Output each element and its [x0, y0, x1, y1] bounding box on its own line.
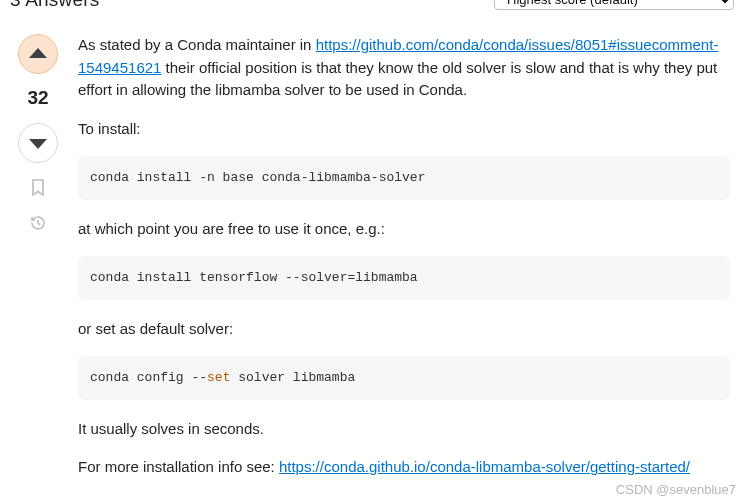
arrow-down-icon — [29, 139, 47, 149]
intro-suffix: their official position is that they kno… — [78, 59, 717, 99]
upvote-button[interactable] — [18, 34, 58, 74]
code-block-use-once: conda install tensorflow --solver=libmam… — [78, 256, 730, 300]
more-info-prefix: For more installation info see: — [78, 458, 279, 475]
vote-score: 32 — [27, 84, 48, 113]
bookmark-icon[interactable] — [18, 175, 58, 199]
history-icon[interactable] — [18, 211, 58, 235]
more-info-paragraph: For more installation info see: https://… — [78, 456, 730, 479]
intro-prefix: As stated by a Conda maintainer in — [78, 36, 316, 53]
code-block-install: conda install -n base conda-libmamba-sol… — [78, 156, 730, 200]
answers-heading: 3 Answers — [10, 0, 99, 15]
code-block-set-default: conda config --set solver libmamba — [78, 356, 730, 400]
use-once-label: at which point you are free to use it on… — [78, 218, 730, 241]
sort-select[interactable]: Highest score (default) — [494, 0, 734, 10]
arrow-up-icon — [29, 48, 47, 58]
intro-paragraph: As stated by a Conda maintainer in https… — [78, 34, 730, 102]
answer-body: As stated by a Conda maintainer in https… — [66, 34, 734, 495]
downvote-button[interactable] — [18, 123, 58, 163]
more-info-link[interactable]: https://conda.github.io/conda-libmamba-s… — [279, 458, 690, 475]
vote-column: 32 — [10, 34, 66, 495]
set-default-label: or set as default solver: — [78, 318, 730, 341]
solves-seconds: It usually solves in seconds. — [78, 418, 730, 441]
to-install-label: To install: — [78, 118, 730, 141]
